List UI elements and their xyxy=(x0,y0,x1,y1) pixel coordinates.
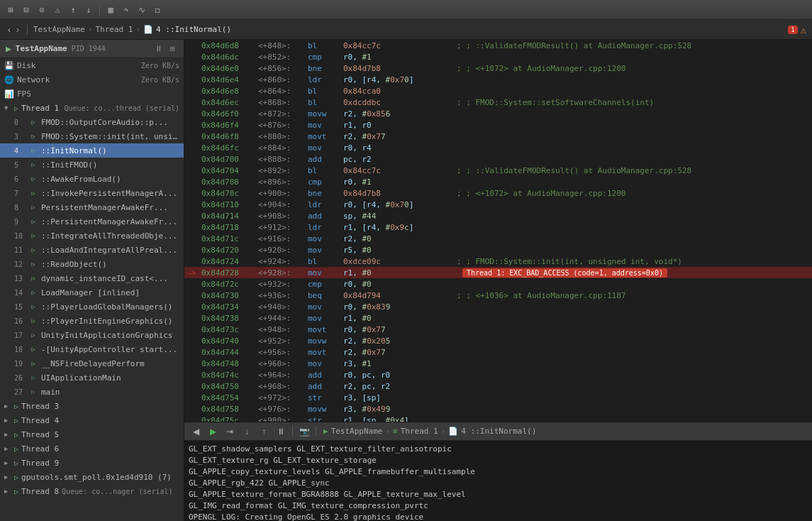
toolbar-sep-1 xyxy=(99,4,100,16)
thread-4-toggle: ▶ xyxy=(4,417,11,424)
frame-13[interactable]: 13 ▷ dynamic_instanceID_cast<... xyxy=(0,271,184,285)
frame-11[interactable]: 11 ▷ ::LoadAndIntegrateAllPreal... xyxy=(0,243,184,257)
thread-3[interactable]: ▶ ▷ Thread 3 xyxy=(0,399,184,413)
asm-row[interactable]: 0x84d6e4<+860>:ldrr0, [r4, #0x70] xyxy=(184,74,812,85)
asm-row[interactable]: 0x84d750<+968>:addr2, pc, r2 xyxy=(184,380,812,392)
console-back-btn[interactable]: ◀ xyxy=(189,425,203,438)
asm-row[interactable]: 0x84d6f0<+872>:movwr2, #0x856 xyxy=(184,108,812,119)
asm-row[interactable]: 0x84d6e0<+856>:bne0x84d7b8; ; <+1072> at… xyxy=(184,62,812,74)
asm-operands: r0, #1 xyxy=(343,177,457,187)
asm-row[interactable]: 0x84d6d8<+848>:bl0x84cc7c; ; ::ValidateF… xyxy=(184,40,812,51)
asm-row[interactable]: 0x84d734<+940>:movr0, #0x839 xyxy=(184,301,812,312)
asm-row[interactable]: 0x84d754<+972>:strr3, [sp] xyxy=(184,392,812,403)
frame-16[interactable]: 16 ▷ ::PlayerInitEngineGraphics() xyxy=(0,314,184,328)
breadcrumb: ‹ › TestAppName › Thread 1 › 📄 4 ::InitN… xyxy=(0,20,812,40)
frame-3[interactable]: 3 ▷ FMOD::System::init(int, unsi... xyxy=(0,129,184,143)
asm-row[interactable]: 0x84d6fc<+884>:movr0, r4 xyxy=(184,142,812,153)
asm-row[interactable]: 0x84d738<+944>:movr1, #0 xyxy=(184,312,812,324)
frame-16-icon: ▷ xyxy=(28,316,38,326)
frame-15[interactable]: 15 ▷ ::PlayerLoadGlobalManagers() xyxy=(0,300,184,314)
asm-row[interactable]: 0x84d724<+924>:bl0xdce09c; ; FMOD::Syste… xyxy=(184,256,812,267)
asm-row[interactable]: 0x84d6e8<+864>:bl0x84cca0 xyxy=(184,85,812,97)
asm-offset: <+952>: xyxy=(258,336,308,346)
thread-9[interactable]: ▶ ▷ Thread 9 xyxy=(0,456,184,470)
console-step-out-btn[interactable]: ↑ xyxy=(257,425,271,438)
console-pause-btn[interactable]: ⏸ xyxy=(274,425,288,438)
frame-10[interactable]: 10 ▷ ::IntegrateAllThreadedObje... xyxy=(0,229,184,243)
asm-row[interactable]: 0x84d744<+956>:movtr2, #0x77 xyxy=(184,346,812,358)
asm-row[interactable]: 0x84d700<+888>:addpc, r2 xyxy=(184,153,812,165)
arrow-down-icon[interactable]: ↓ xyxy=(82,4,95,16)
search-icon[interactable]: ⊙ xyxy=(35,4,48,16)
sidebar-disk[interactable]: 💾 Disk Zero KB/s xyxy=(0,58,184,72)
asm-row[interactable]: 0x84d730<+936>:beq0x84d794; ; <+1036> at… xyxy=(184,290,812,301)
grid-icon[interactable]: ⊞ xyxy=(4,4,17,16)
asm-row[interactable]: 0x84d6f8<+880>:movtr2, #0x77 xyxy=(184,131,812,142)
frame-0[interactable]: 0 ▷ FMOD::OutputCoreAudio::p... xyxy=(0,115,184,129)
frame-27[interactable]: 27 ▷ main xyxy=(0,385,184,399)
layout-icon[interactable]: ▦ xyxy=(104,4,117,16)
frame-9[interactable]: 9 ▷ ::PersistentManagerAwakeFr... xyxy=(0,214,184,229)
frame-7[interactable]: 7 ▷ ::InvokePersistentManagerA... xyxy=(0,186,184,200)
inspect-icon[interactable]: ⊞ xyxy=(167,43,178,55)
step-icon[interactable]: ↷ xyxy=(120,4,133,16)
thread-8[interactable]: ▶ ▷ Thread 8 Queue: co...nager (serial) xyxy=(0,484,184,498)
frame-19-icon: ▷ xyxy=(28,358,38,368)
frame-18-label: -[UnityAppController start... xyxy=(41,345,179,354)
forward-button[interactable]: › xyxy=(14,25,21,35)
frame-18[interactable]: 18 ▷ -[UnityAppController start... xyxy=(0,342,184,356)
asm-row[interactable]: 0x84d6ec<+868>:bl0xdcddbc; ; FMOD::Syste… xyxy=(184,97,812,108)
asm-row[interactable]: 0x84d740<+952>:movwr2, #0x205 xyxy=(184,335,812,346)
breadcrumb-app[interactable]: TestAppName xyxy=(33,25,85,34)
waveform-icon[interactable]: ∿ xyxy=(135,4,148,16)
square-icon[interactable]: ◻ xyxy=(151,4,164,16)
asm-row[interactable]: 0x84d72c<+932>:cmpr0, #0 xyxy=(184,278,812,290)
back-button[interactable]: ‹ xyxy=(6,25,13,35)
asm-row[interactable]: 0x84d714<+908>:addsp, #44 xyxy=(184,210,812,221)
frame-6[interactable]: 6 ▷ ::AwakeFromLoad() xyxy=(0,172,184,186)
frame-4[interactable]: 4 ▷ ::InitNormal() xyxy=(0,143,184,158)
asm-offset: <+900>: xyxy=(258,189,308,198)
frame-12[interactable]: 12 ▷ ::ReadObject() xyxy=(0,257,184,271)
thread-4[interactable]: ▶ ▷ Thread 4 xyxy=(0,413,184,427)
asm-row[interactable]: 0x84d708<+896>:cmpr0, #1 xyxy=(184,176,812,187)
asm-row[interactable]: 0x84d748<+960>:movr3, #1 xyxy=(184,358,812,369)
thread-5[interactable]: ▶ ▷ Thread 5 xyxy=(0,427,184,442)
asm-row[interactable]: 0x84d6f4<+876>:movr1, r0 xyxy=(184,119,812,131)
asm-row[interactable]: 0x84d758<+976>:movwr3, #0x499 xyxy=(184,403,812,415)
console-step-over-btn[interactable]: ⇥ xyxy=(223,425,237,438)
frame-17[interactable]: 17 ▷ UnityInitApplicationGraphics xyxy=(0,328,184,342)
asm-row[interactable]: 0x84d704<+892>:bl0x84cc7c; ; ::ValidateF… xyxy=(184,165,812,176)
frame-5[interactable]: 5 ▷ ::InitFMOD() xyxy=(0,158,184,172)
thread-gpu[interactable]: ▶ ▷ gputools.smt_poll.0x1ed4d910 (7) xyxy=(0,470,184,484)
pause-icon[interactable]: ⏸ xyxy=(152,43,164,55)
frame-16-num: 16 xyxy=(14,317,26,325)
alert-icon[interactable]: ⚠ xyxy=(51,4,64,16)
disasm-content[interactable]: 0x84d6d8<+848>:bl0x84cc7c; ; ::ValidateF… xyxy=(184,40,812,422)
arrow-up-icon[interactable]: ↑ xyxy=(67,4,79,16)
asm-row[interactable]: –>0x84d728<+928>:movr1, #0Thread 1: EXC_… xyxy=(184,267,812,278)
asm-row[interactable]: 0x84d6dc<+852>:cmpr0, #1 xyxy=(184,51,812,62)
asm-row[interactable]: 0x84d75c<+980>:strr1, [sp, #0x4] xyxy=(184,415,812,422)
asm-row[interactable]: 0x84d720<+920>:movr5, #0 xyxy=(184,244,812,256)
console-step-in-btn[interactable]: ↓ xyxy=(240,425,254,438)
thread-6[interactable]: ▶ ▷ Thread 6 xyxy=(0,442,184,456)
asm-row[interactable]: 0x84d70c<+900>:bne0x84d7b8; ; <+1072> at… xyxy=(184,187,812,199)
asm-row[interactable]: 0x84d74c<+964>:addr0, pc, r0 xyxy=(184,369,812,380)
thread-1-header[interactable]: ▼ ▷ Thread 1 Queue: co...thread (serial) xyxy=(0,101,184,115)
bottom-console[interactable]: GL_EXT_shadow_samplers GL_EXT_texture_fi… xyxy=(184,441,812,521)
frame-14[interactable]: 14 ▷ LoadManager [inlined] xyxy=(0,285,184,300)
frame-26[interactable]: 26 ▷ UIApplicationMain xyxy=(0,371,184,385)
list-icon[interactable]: ⊟ xyxy=(20,4,33,16)
asm-row[interactable]: 0x84d718<+912>:ldrr1, [r4, #0x9c] xyxy=(184,221,812,233)
sidebar-fps[interactable]: 📊 FPS xyxy=(0,87,184,101)
console-play-btn[interactable]: ▶ xyxy=(206,425,220,438)
frame-8[interactable]: 8 ▷ PersistentManagerAwakeFr... xyxy=(0,200,184,214)
breadcrumb-thread[interactable]: Thread 1 xyxy=(95,25,133,34)
asm-row[interactable]: 0x84d710<+904>:ldrr0, [r4, #0x70] xyxy=(184,199,812,210)
sidebar-network[interactable]: 🌐 Network Zero KB/s xyxy=(0,72,184,87)
console-cam-btn[interactable]: 📷 xyxy=(297,425,311,438)
asm-row[interactable]: 0x84d71c<+916>:movr2, #0 xyxy=(184,233,812,244)
asm-row[interactable]: 0x84d73c<+948>:movtr0, #0x77 xyxy=(184,324,812,335)
frame-19[interactable]: 19 ▷ __NSFireDelayedPerform xyxy=(0,356,184,371)
